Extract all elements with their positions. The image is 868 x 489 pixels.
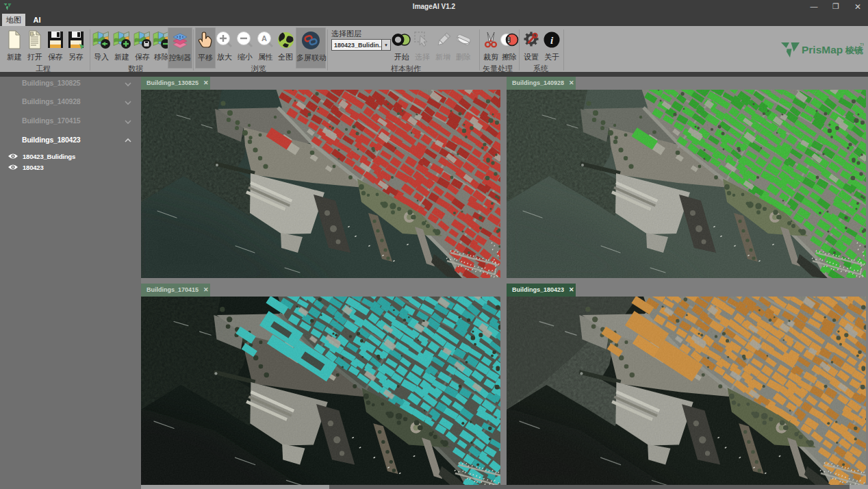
svg-text:A: A — [261, 34, 267, 42]
svg-text:TM: TM — [860, 42, 864, 47]
svg-text:PrisMap: PrisMap — [802, 44, 843, 55]
svg-text:棱镜: 棱镜 — [845, 45, 863, 55]
